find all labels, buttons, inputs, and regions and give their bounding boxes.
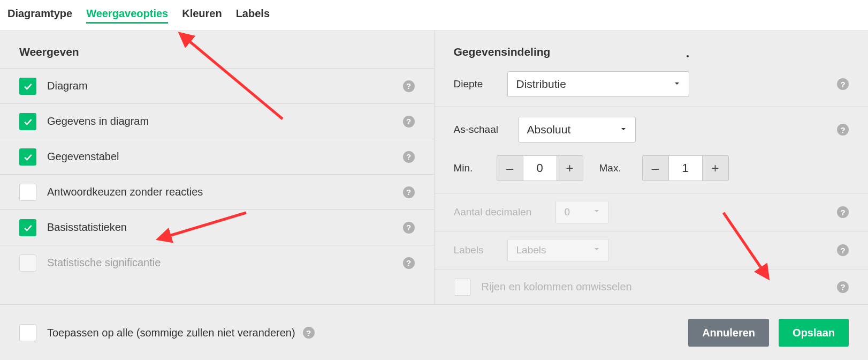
checkbox-diagram[interactable] bbox=[19, 78, 36, 95]
help-icon[interactable]: ? bbox=[403, 257, 415, 269]
help-icon[interactable]: ? bbox=[403, 151, 415, 163]
label-diagram: Diagram bbox=[47, 80, 88, 92]
chevron-down-icon bbox=[592, 206, 601, 218]
row-depth: Diepte Distributie ? bbox=[435, 68, 869, 107]
select-labels-value: Labels bbox=[516, 244, 546, 256]
label-data-in-diagram: Gegevens in diagram bbox=[47, 115, 149, 128]
checkbox-apply-all[interactable] bbox=[19, 324, 36, 341]
dot-icon bbox=[687, 55, 689, 57]
chevron-down-icon bbox=[673, 78, 681, 91]
tab-diagramtype[interactable]: Diagramtype bbox=[7, 8, 72, 24]
max-increment[interactable]: + bbox=[703, 156, 728, 181]
label-labels: Labels bbox=[454, 244, 507, 256]
chevron-down-icon bbox=[592, 244, 601, 256]
label-apply-all: Toepassen op alle (sommige zullen niet v… bbox=[47, 327, 295, 339]
right-header: Gegevensindeling bbox=[435, 31, 869, 68]
help-icon[interactable]: ? bbox=[303, 327, 315, 339]
chevron-down-icon bbox=[619, 123, 628, 136]
help-icon[interactable]: ? bbox=[837, 281, 849, 293]
select-axis-scale-value: Absoluut bbox=[527, 123, 571, 136]
footer: Toepassen op alle (sommige zullen niet v… bbox=[0, 304, 868, 360]
right-panel: Gegevensindeling Diepte Distributie ? As… bbox=[435, 31, 869, 304]
select-decimals-value: 0 bbox=[565, 206, 570, 218]
row-data-in-diagram: Gegevens in diagram ? bbox=[0, 103, 434, 139]
min-increment[interactable]: + bbox=[557, 156, 583, 181]
row-stat-significance: Statistische significantie ? bbox=[0, 245, 434, 280]
max-value[interactable]: 1 bbox=[668, 156, 703, 181]
cancel-button[interactable]: Annuleren bbox=[688, 319, 769, 347]
help-icon[interactable]: ? bbox=[837, 244, 849, 256]
select-depth[interactable]: Distributie bbox=[507, 71, 689, 97]
tab-bar: Diagramtype Weergaveopties Kleuren Label… bbox=[0, 0, 868, 31]
checkbox-answer-choices[interactable] bbox=[19, 184, 36, 201]
row-basic-stats: Basisstatistieken ? bbox=[0, 209, 434, 245]
row-axis-scale: As-schaal Absoluut ? Min. – 0 + Max. – 1 bbox=[435, 107, 869, 193]
row-diagram: Diagram ? bbox=[0, 68, 434, 103]
help-icon[interactable]: ? bbox=[403, 80, 415, 92]
row-data-table: Gegevenstabel ? bbox=[0, 139, 434, 174]
label-min: Min. bbox=[454, 162, 486, 174]
min-decrement[interactable]: – bbox=[497, 156, 523, 181]
tab-weergaveopties[interactable]: Weergaveopties bbox=[86, 8, 168, 24]
row-labels-select: Labels Labels ? bbox=[435, 231, 869, 269]
tab-labels[interactable]: Labels bbox=[236, 8, 270, 24]
label-axis-scale: As-schaal bbox=[454, 124, 518, 136]
checkbox-data-table[interactable] bbox=[19, 148, 36, 166]
row-swap: Rijen en kolommen omwisselen ? bbox=[435, 269, 869, 304]
left-panel: Weergeven Diagram ? Gegevens in diagram … bbox=[0, 31, 435, 304]
select-depth-value: Distributie bbox=[516, 78, 566, 91]
max-decrement[interactable]: – bbox=[643, 156, 668, 181]
help-icon[interactable]: ? bbox=[403, 222, 415, 234]
checkbox-data-in-diagram[interactable] bbox=[19, 113, 36, 130]
label-max: Max. bbox=[599, 162, 631, 174]
help-icon[interactable]: ? bbox=[837, 78, 849, 90]
checkbox-basic-stats[interactable] bbox=[19, 219, 36, 236]
help-icon[interactable]: ? bbox=[837, 124, 849, 136]
help-icon[interactable]: ? bbox=[403, 186, 415, 198]
label-basic-stats: Basisstatistieken bbox=[47, 221, 127, 234]
save-button[interactable]: Opslaan bbox=[779, 319, 849, 347]
label-data-table: Gegevenstabel bbox=[47, 151, 119, 163]
select-axis-scale[interactable]: Absoluut bbox=[518, 117, 636, 142]
label-depth: Diepte bbox=[454, 78, 507, 90]
help-icon[interactable]: ? bbox=[403, 116, 415, 128]
tab-kleuren[interactable]: Kleuren bbox=[182, 8, 222, 24]
label-decimals: Aantal decimalen bbox=[454, 206, 555, 218]
min-value[interactable]: 0 bbox=[523, 156, 557, 181]
label-stat-significance: Statistische significantie bbox=[47, 257, 161, 269]
left-header: Weergeven bbox=[0, 31, 434, 68]
select-decimals: 0 bbox=[555, 201, 609, 223]
select-labels: Labels bbox=[507, 239, 609, 261]
row-decimals: Aantal decimalen 0 ? bbox=[435, 193, 869, 231]
row-answer-choices: Antwoordkeuzen zonder reacties ? bbox=[0, 174, 434, 209]
checkbox-stat-significance bbox=[19, 254, 36, 272]
label-swap: Rijen en kolommen omwisselen bbox=[482, 281, 632, 293]
stepper-max: – 1 + bbox=[642, 155, 729, 181]
stepper-min: – 0 + bbox=[497, 155, 583, 181]
help-icon[interactable]: ? bbox=[837, 206, 849, 218]
checkbox-swap bbox=[454, 279, 471, 296]
label-answer-choices: Antwoordkeuzen zonder reacties bbox=[47, 186, 203, 198]
